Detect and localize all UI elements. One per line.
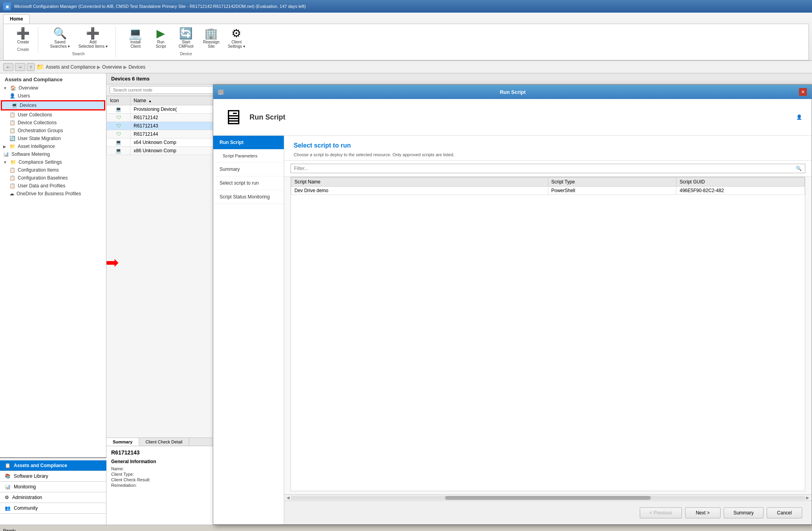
sidebar-item-configuration-items[interactable]: 📋 Configuration Items	[0, 166, 106, 174]
sidebar-item-orchestration-groups[interactable]: 📋 Orchestration Groups	[0, 127, 106, 135]
up-button[interactable]: ↑	[27, 63, 35, 71]
create-button[interactable]: ➕ Create	[13, 26, 33, 46]
sidebar-nav-monitoring[interactable]: 📊 Monitoring	[0, 482, 106, 492]
overview-icon: 🏠	[10, 85, 16, 91]
scroll-left-btn[interactable]: ◀	[286, 495, 291, 500]
script-name-cell: Dev Drive demo	[291, 187, 548, 195]
cancel-button[interactable]: Cancel	[767, 507, 802, 518]
ribbon-group-device: 💻 InstallClient ▶ RunScript 🔄 StartCMPiv…	[119, 26, 253, 58]
wizard-step-run-script[interactable]: Run Script	[213, 136, 284, 150]
sidebar-item-compliance-settings-label: Compliance Settings	[19, 159, 62, 165]
row-icon: 💻	[107, 147, 130, 155]
administration-nav-icon: ⚙	[5, 495, 9, 500]
install-client-label: InstallClient	[130, 40, 141, 49]
orchestration-groups-icon: 📋	[9, 128, 15, 133]
sidebar-nav-community[interactable]: 👥 Community	[0, 503, 106, 514]
sidebar-item-overview[interactable]: ▼ 🏠 Overview	[0, 84, 106, 92]
sidebar-item-devices-label: Devices	[20, 103, 37, 108]
sidebar-item-configuration-items-label: Configuration Items	[18, 167, 59, 173]
saved-searches-button[interactable]: 🔍 SavedSearches ▾	[46, 26, 74, 50]
sidebar-item-onedrive-profiles-label: OneDrive for Business Profiles	[17, 191, 81, 196]
sidebar-item-orchestration-groups-label: Orchestration Groups	[18, 128, 63, 133]
horizontal-scrollbar[interactable]: ◀ ▶	[284, 494, 812, 501]
sidebar-nav-assets-compliance[interactable]: 📋 Assets and Compliance	[0, 460, 106, 471]
devices-icon: 💻	[11, 103, 17, 108]
path-assets[interactable]: Assets and Compliance	[46, 64, 95, 70]
row-icon: 💻	[107, 105, 130, 114]
start-cmpivot-icon: 🔄	[179, 28, 193, 39]
summary-button[interactable]: Summary	[724, 507, 764, 518]
sidebar-item-compliance-settings[interactable]: ▼ 📁 Compliance Settings	[0, 158, 106, 166]
sidebar-nav-software-library[interactable]: 📚 Software Library	[0, 471, 106, 482]
dialog-header-user-icon: 👤	[796, 114, 802, 120]
path-overview[interactable]: Overview	[102, 64, 122, 70]
dialog-body: Run Script Script Parameters Summary Sel…	[213, 136, 812, 524]
saved-searches-icon: 🔍	[53, 28, 67, 39]
status-bar: Ready	[0, 525, 812, 531]
ribbon-content: ➕ Create Create 🔍 SavedSearches ▾ ➕ AddS…	[3, 24, 809, 60]
sidebar-item-device-collections[interactable]: 📋 Device Collections	[0, 119, 106, 127]
window-title: Microsoft Configuration Manager (Connect…	[14, 4, 306, 9]
sidebar-item-user-state-migration[interactable]: 🔄 User State Migration	[0, 135, 106, 142]
install-client-button[interactable]: 💻 InstallClient	[124, 26, 147, 50]
wizard-step-select-script[interactable]: Select script to run	[213, 176, 284, 190]
col-script-name[interactable]: Script Name	[291, 178, 548, 187]
sidebar-item-software-metering[interactable]: 📊 Software Metering	[0, 150, 106, 158]
sidebar-item-onedrive-profiles[interactable]: ☁ OneDrive for Business Profiles	[0, 190, 106, 198]
col-icon[interactable]: Icon	[107, 96, 130, 105]
wizard-step-script-status[interactable]: Script Status Monitoring	[213, 190, 284, 204]
expand-overview-icon: ▼	[3, 86, 7, 90]
scroll-right-btn[interactable]: ▶	[805, 495, 810, 500]
scroll-thumb[interactable]	[445, 496, 651, 500]
nav-bar: ← → ↑ 📁 Assets and Compliance ▶ Overview…	[0, 61, 812, 73]
sidebar: Assets and Compliance ▼ 🏠 Overview 👤 Use…	[0, 73, 106, 525]
expand-compliance-icon: ▼	[3, 160, 7, 165]
run-script-label: RunScript	[156, 40, 166, 49]
detail-tab-client-check[interactable]: Client Check Detail	[139, 438, 189, 446]
filter-input[interactable]	[291, 164, 793, 173]
add-selected-items-icon: ➕	[86, 28, 100, 39]
sidebar-item-user-data-profiles[interactable]: 📋 User Data and Profiles	[0, 182, 106, 190]
sidebar-item-asset-intelligence[interactable]: ▶ 📁 Asset Intelligence	[0, 142, 106, 150]
sidebar-item-user-data-profiles-label: User Data and Profiles	[18, 183, 65, 189]
users-icon: 👤	[9, 93, 15, 99]
path-devices[interactable]: Devices	[129, 64, 145, 70]
col-script-guid[interactable]: Script GUID	[676, 178, 805, 187]
scroll-track	[291, 496, 805, 500]
start-cmpivot-button[interactable]: 🔄 StartCMPivot	[174, 26, 198, 50]
sidebar-item-configuration-baselines[interactable]: 📋 Configuration Baselines	[0, 174, 106, 182]
detail-tab-summary[interactable]: Summary	[106, 438, 139, 446]
tab-home[interactable]: Home	[3, 14, 30, 24]
sidebar-item-devices[interactable]: 💻 Devices	[2, 101, 104, 109]
monitoring-nav-icon: 📊	[5, 484, 11, 490]
sidebar-item-users[interactable]: 👤 Users	[0, 92, 106, 100]
sidebar-item-user-collections[interactable]: 📋 User Collections	[0, 111, 106, 119]
script-guid-cell: 496E5F90-82C2-482	[676, 187, 805, 195]
add-selected-items-button[interactable]: ➕ AddSelected Items ▾	[75, 26, 111, 50]
wizard-step-script-params[interactable]: Script Parameters	[213, 150, 284, 163]
community-nav-icon: 👥	[5, 505, 11, 511]
administration-nav-label: Administration	[12, 495, 42, 500]
script-table-row[interactable]: Dev Drive demo PowerShell 496E5F90-82C2-…	[291, 187, 805, 195]
assets-compliance-nav-icon: 📋	[5, 463, 11, 468]
dialog-close-button[interactable]: ✕	[799, 88, 807, 96]
configuration-items-icon: 📋	[9, 167, 15, 173]
wizard-step-summary[interactable]: Summary	[213, 163, 284, 176]
create-label: Create	[17, 40, 29, 44]
row-icon: 🛡	[107, 130, 130, 138]
previous-button[interactable]: < Previous	[640, 507, 682, 518]
onedrive-profiles-icon: ☁	[9, 191, 14, 196]
title-bar: ▣ Microsoft Configuration Manager (Conne…	[0, 0, 812, 13]
run-script-button[interactable]: ▶ RunScript	[149, 26, 173, 50]
sidebar-nav-administration[interactable]: ⚙ Administration	[0, 492, 106, 503]
client-settings-button[interactable]: ⚙ ClientSettings ▾	[225, 26, 248, 50]
dialog-right-description: Choose a script to deploy to the selecte…	[294, 152, 802, 157]
reassign-site-button[interactable]: 🏢 ReassignSite	[199, 26, 223, 50]
forward-button[interactable]: →	[15, 63, 25, 71]
back-button[interactable]: ←	[3, 63, 13, 71]
col-script-type[interactable]: Script Type	[548, 178, 676, 187]
dialog-minimize-icon[interactable]: _	[218, 90, 223, 95]
sidebar-section-header: Assets and Compliance	[0, 73, 106, 84]
next-button[interactable]: Next >	[685, 507, 721, 518]
user-data-profiles-icon: 📋	[9, 183, 15, 189]
